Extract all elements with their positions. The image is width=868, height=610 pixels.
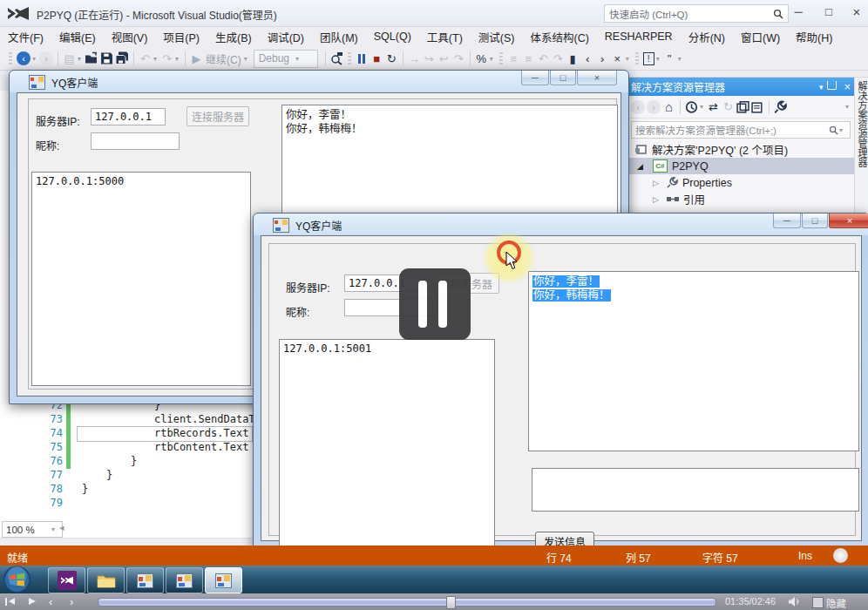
taskbar-winforms-app-3-active[interactable] xyxy=(205,567,242,593)
menu-team[interactable]: 团队(M) xyxy=(312,25,366,49)
error-list-icon[interactable]: ! xyxy=(643,52,654,65)
form2-titlebar[interactable]: YQ客户端 xyxy=(273,218,342,233)
filter-dropdown-icon[interactable]: ▾ xyxy=(698,98,705,116)
continue-button[interactable]: 继续(C) xyxy=(206,51,241,66)
taskbar-visual-studio[interactable] xyxy=(48,567,85,593)
expander-collapsed-icon[interactable]: ▷ xyxy=(653,179,659,187)
video-pause-overlay-button[interactable] xyxy=(399,268,471,340)
bookmark-icon[interactable]: ▮ xyxy=(566,50,580,67)
form1-nickname-input[interactable] xyxy=(91,132,180,150)
stop-debug-icon[interactable]: ■ xyxy=(370,50,383,67)
solution-explorer-side-tab[interactable]: 解决方案资源管理器 xyxy=(854,77,868,220)
tree-item-properties[interactable]: ▷ Properties xyxy=(627,174,855,191)
comment-icon[interactable]: ≡ xyxy=(522,50,535,67)
toolbar-grip[interactable] xyxy=(635,52,639,65)
form1-peer-item[interactable]: 127.0.0.1:5000 xyxy=(36,175,124,187)
collapse-all-icon[interactable] xyxy=(736,98,749,116)
minimize-button[interactable]: ─ xyxy=(785,3,811,21)
menu-debug[interactable]: 调试(D) xyxy=(260,25,312,49)
string-dropdown-icon[interactable]: ▾ xyxy=(676,50,683,67)
form2-close-button[interactable]: × xyxy=(829,214,868,228)
step-into-icon[interactable]: ↪ xyxy=(423,50,436,67)
save-icon[interactable] xyxy=(100,50,113,67)
previous-icon[interactable]: ‹ xyxy=(49,595,52,608)
form1-server-ip-input[interactable]: 127.0.0.1 xyxy=(91,108,166,125)
toolbar-overflow-icon[interactable]: ▾ xyxy=(844,98,851,116)
error-list-dropdown-icon[interactable]: ▾ xyxy=(654,50,661,67)
undo-icon[interactable]: ↶ xyxy=(139,50,152,67)
panel-close-icon[interactable]: × xyxy=(844,80,851,93)
paste-icon[interactable]: ▤ xyxy=(63,50,76,67)
next-bookmark-icon[interactable]: › xyxy=(596,50,609,67)
undo-dropdown-icon[interactable]: ▾ xyxy=(152,50,159,67)
menu-tools[interactable]: 工具(T) xyxy=(419,25,471,49)
continue-dropdown-icon[interactable]: ▾ xyxy=(242,50,249,67)
taskbar-winforms-app-1[interactable] xyxy=(126,567,164,593)
maximize-button[interactable]: □ xyxy=(816,3,842,21)
quick-launch-input[interactable]: 快速启动 (Ctrl+Q) xyxy=(604,4,789,23)
solution-search-input[interactable]: 搜索解决方案资源管理器(Ctrl+;) ▾ xyxy=(631,121,851,139)
hex-display-icon[interactable]: % xyxy=(475,50,488,67)
toolbar-grip[interactable] xyxy=(499,52,503,65)
search-options-dropdown-icon[interactable]: ▾ xyxy=(839,126,846,134)
find-icon[interactable] xyxy=(330,50,343,67)
menu-test[interactable]: 测试(S) xyxy=(471,25,523,49)
home-icon[interactable]: ⌂ xyxy=(662,98,675,116)
hex-dropdown-icon[interactable]: ▾ xyxy=(488,50,495,67)
menu-sql[interactable]: SQL(Q) xyxy=(366,27,419,46)
collapse-region-icon[interactable]: ≡ xyxy=(507,50,520,67)
toolbar-grip[interactable] xyxy=(9,52,12,65)
form2-restore-button[interactable]: □ xyxy=(802,214,828,228)
menu-edit[interactable]: 编辑(E) xyxy=(51,25,104,49)
debug-configuration-combo[interactable]: Debug ▾ xyxy=(254,50,318,68)
menu-window[interactable]: 窗口(W) xyxy=(733,25,788,49)
sx-back-icon[interactable]: ‹ xyxy=(631,100,645,114)
form1-minimize-button[interactable]: ─ xyxy=(521,71,549,85)
skip-to-start-icon[interactable] xyxy=(9,598,15,605)
taskbar-winforms-app-2[interactable] xyxy=(166,567,203,593)
menu-view[interactable]: 视图(V) xyxy=(104,25,156,49)
expander-expanded-icon[interactable]: ◢ xyxy=(637,162,643,171)
undock-icon[interactable]: ↷ xyxy=(552,50,565,67)
form1-connect-button[interactable]: 连接服务器 xyxy=(186,106,249,126)
next-icon[interactable]: › xyxy=(70,595,73,608)
form2-peer-listbox[interactable]: 127.0.0.1:5001 xyxy=(279,339,495,548)
form2-message-input[interactable] xyxy=(532,468,859,512)
menu-build[interactable]: 生成(B) xyxy=(207,25,260,49)
paste-dropdown-icon[interactable]: ▾ xyxy=(76,50,83,67)
show-all-files-icon[interactable] xyxy=(751,98,764,116)
menu-architecture[interactable]: 体系结构(C) xyxy=(522,25,596,49)
solution-explorer-header[interactable]: 解决方案资源管理器 ▾ × xyxy=(627,78,855,96)
navigate-forward-icon[interactable]: › xyxy=(39,51,53,65)
sx-forward-icon[interactable]: › xyxy=(647,100,661,114)
form1-titlebar[interactable]: YQ客户端 xyxy=(29,75,98,90)
open-file-icon[interactable] xyxy=(85,50,98,67)
uncomment-icon[interactable]: ↶ xyxy=(537,50,550,67)
bookmark-dropdown-icon[interactable]: ▾ xyxy=(624,50,631,67)
pause-debug-icon[interactable] xyxy=(356,50,369,67)
speaker-icon[interactable] xyxy=(789,597,801,607)
taskbar-explorer[interactable] xyxy=(87,567,125,593)
scroll-left-icon[interactable]: ◂ xyxy=(59,522,64,533)
window-position-dropdown-icon[interactable]: ▾ xyxy=(819,83,824,92)
refresh-icon[interactable]: ↻ xyxy=(722,98,735,116)
toolbar-grip[interactable] xyxy=(348,52,351,65)
step-over-icon[interactable]: ↩ xyxy=(437,50,451,67)
form1-peer-listbox[interactable]: 127.0.0.1:5000 xyxy=(31,172,251,386)
editor-zoom-select[interactable]: 100 % ▾ xyxy=(2,521,63,538)
hide-label[interactable]: 隐藏 xyxy=(826,596,846,610)
skip-to-start-icon[interactable] xyxy=(5,598,7,606)
pending-changes-filter-icon[interactable] xyxy=(685,98,698,116)
properties-wrench-icon[interactable] xyxy=(774,98,787,116)
clear-bookmarks-icon[interactable]: × xyxy=(611,50,624,67)
navigate-back-dropdown-icon[interactable]: ▾ xyxy=(31,50,37,67)
menu-project[interactable]: 项目(P) xyxy=(155,25,207,49)
start-button-orb[interactable] xyxy=(3,566,31,593)
redo-dropdown-icon[interactable]: ▾ xyxy=(173,50,180,67)
expander-collapsed-icon[interactable]: ▷ xyxy=(653,195,659,204)
show-next-statement-icon[interactable]: → xyxy=(408,50,421,67)
step-out-icon[interactable]: ↷ xyxy=(452,50,465,67)
prev-bookmark-icon[interactable]: ‹ xyxy=(581,50,594,67)
close-button[interactable]: × xyxy=(844,3,868,21)
restart-debug-icon[interactable]: ↻ xyxy=(385,50,398,67)
